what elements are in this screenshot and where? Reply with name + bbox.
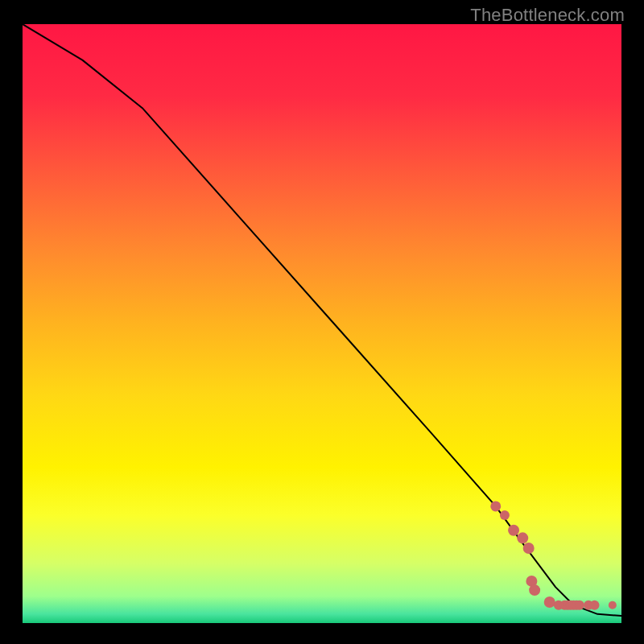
- chart-stage: TheBottleneck.com: [0, 0, 644, 644]
- data-marker: [523, 543, 535, 554]
- data-marker: [575, 601, 584, 610]
- chart-svg: [23, 24, 621, 623]
- data-marker: [609, 601, 617, 609]
- plot-area: [23, 24, 621, 623]
- data-marker: [490, 501, 501, 511]
- data-marker: [590, 601, 600, 610]
- watermark-text: TheBottleneck.com: [470, 5, 625, 26]
- data-marker: [544, 597, 555, 608]
- data-marker: [529, 584, 540, 596]
- data-marker: [508, 525, 519, 536]
- data-marker: [517, 532, 528, 543]
- data-marker: [500, 510, 510, 520]
- background-rect: [23, 24, 621, 623]
